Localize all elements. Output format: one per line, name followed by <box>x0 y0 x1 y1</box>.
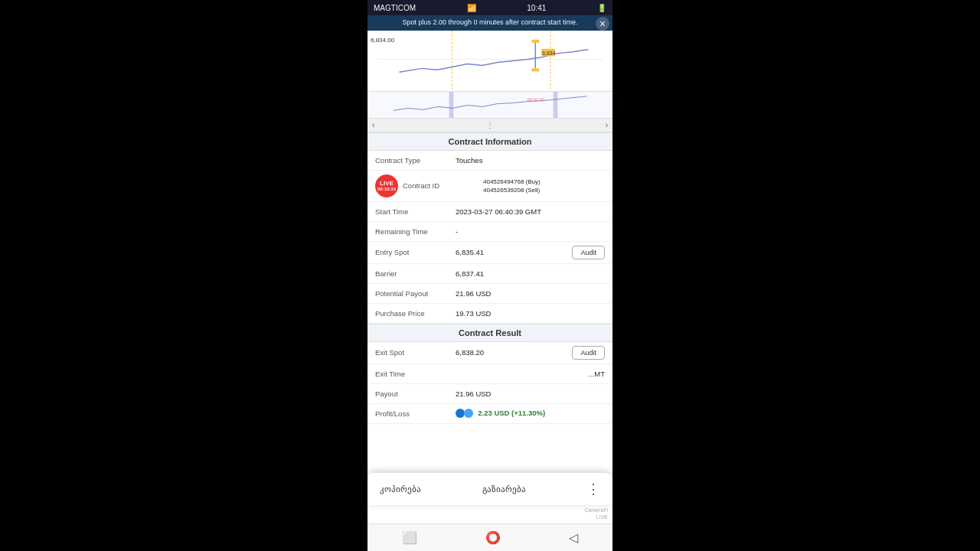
status-bar: MAGTICOM 📶 10:41 🔋 <box>368 0 612 15</box>
share-popup: კოპირება გაზიარება ⋮ <box>368 473 612 505</box>
entry-spot-value: 6,835.41 <box>456 248 567 256</box>
chart-area: Spot plus 2.00 through 0 minutes after c… <box>368 15 612 132</box>
live-text: LIVE <box>380 180 394 187</box>
more-icon[interactable]: ⋮ <box>586 481 600 497</box>
contract-result-title: Contract Result <box>459 328 521 337</box>
contract-id-label: Contract ID <box>403 181 483 190</box>
start-time-row: Start Time 2023-03-27 06:40:39 GMT <box>368 202 612 222</box>
copy-text[interactable]: კოპირება <box>380 484 421 494</box>
contract-type-label: Contract Type <box>375 156 456 165</box>
exit-spot-label: Exit Spot <box>375 348 456 357</box>
phone-frame: MAGTICOM 📶 10:41 🔋 Spot plus 2.00 throug… <box>368 0 612 551</box>
watermark: CameraFi LIVE <box>584 507 608 520</box>
profit-loss-label: Profit/Loss <box>375 409 456 418</box>
profit-amount: 2.23 USD <box>478 409 509 417</box>
price-label: 6,834.00 <box>371 37 394 44</box>
watermark-line1: CameraFi <box>584 507 608 514</box>
payout-label: Payout <box>375 390 456 398</box>
start-time-value: 2023-03-27 06:40:39 GMT <box>456 207 605 216</box>
live-time: 00:10:33 <box>377 187 396 191</box>
battery-icon: 🔋 <box>597 4 606 12</box>
main-chart: 6,834.00 6,834 06:40:45 <box>368 31 612 92</box>
remaining-time-value: - <box>456 227 605 236</box>
start-time-label: Start Time <box>375 207 456 216</box>
profit-percent: (+11.30%) <box>511 409 545 417</box>
mini-chart: 06:41:00 <box>368 92 612 119</box>
remaining-time-label: Remaining Time <box>375 227 456 236</box>
close-button[interactable]: × <box>596 17 609 31</box>
nav-handle: ⋮ <box>486 121 494 129</box>
svg-rect-9 <box>554 92 558 118</box>
profit-loss-value: 2.23 USD (+11.30%) <box>456 409 605 418</box>
potential-payout-row: Potential Payout 21.96 USD <box>368 284 612 304</box>
exit-spot-value: 6,838.20 <box>456 348 567 357</box>
chart-notice-text: Spot plus 2.00 through 0 minutes after c… <box>402 18 577 26</box>
signal-icon: 📶 <box>467 4 476 12</box>
entry-spot-audit-button[interactable]: Audit <box>572 246 605 259</box>
potential-payout-value: 21.96 USD <box>456 289 605 298</box>
contract-info-title: Contract Information <box>449 137 532 146</box>
exit-time-row: Exit Time ...MT <box>368 364 612 384</box>
svg-text:6,834: 6,834 <box>542 50 555 55</box>
chart-notice: Spot plus 2.00 through 0 minutes after c… <box>368 15 612 31</box>
svg-text:06:41:00: 06:41:00 <box>528 96 545 101</box>
entry-spot-label: Entry Spot <box>375 248 456 256</box>
indicator-dot-2 <box>464 409 473 418</box>
contract-id-value: 404526494768 (Buy)404526539208 (Sell) <box>483 178 605 194</box>
contract-info-header: Contract Information <box>368 132 612 151</box>
barrier-label: Barrier <box>375 269 456 278</box>
nav-right-button[interactable]: › <box>606 121 608 129</box>
purchase-price-row: Purchase Price 19.73 USD <box>368 304 612 324</box>
exit-time-gmt: ...MT <box>588 370 605 378</box>
payout-amount: 21.96 USD <box>456 390 491 398</box>
chart-nav: ‹ ⋮ › <box>368 119 612 132</box>
exit-spot-row: Exit Spot 6,838.20 Audit <box>368 342 612 364</box>
carrier-label: MAGTICOM <box>374 4 416 12</box>
profit-loss-row: Profit/Loss 2.23 USD (+11.30%) <box>368 404 612 424</box>
contract-type-row: Contract Type Touches <box>368 151 612 171</box>
payout-value: 21.96 USD <box>456 390 605 398</box>
exit-time-label: Exit Time <box>375 370 456 378</box>
payout-row: Payout 21.96 USD <box>368 384 612 404</box>
share-text[interactable]: გაზიარება <box>482 484 526 494</box>
clock-label: 10:41 <box>527 4 546 12</box>
barrier-row: Barrier 6,837.41 <box>368 264 612 284</box>
nav-home-button[interactable]: ⭕ <box>485 530 501 545</box>
bottom-nav: ⬜ ⭕ ◁ <box>368 523 612 551</box>
contract-id-row: LIVE 00:10:33 Contract ID 404526494768 (… <box>368 171 612 202</box>
svg-rect-5 <box>531 68 539 71</box>
purchase-price-value: 19.73 USD <box>456 309 605 318</box>
svg-rect-4 <box>531 40 539 43</box>
contract-result-header: Contract Result <box>368 324 612 342</box>
live-badge: LIVE 00:10:33 <box>375 174 398 197</box>
entry-spot-row: Entry Spot 6,835.41 Audit <box>368 242 612 264</box>
mini-chart-svg: 06:41:00 <box>368 92 612 118</box>
nav-square-button[interactable]: ⬜ <box>402 530 417 545</box>
svg-rect-8 <box>449 92 454 118</box>
exit-spot-audit-button[interactable]: Audit <box>572 346 605 360</box>
potential-payout-label: Potential Payout <box>375 289 456 298</box>
barrier-value: 6,837.41 <box>456 269 605 278</box>
nav-left-button[interactable]: ‹ <box>372 121 374 129</box>
chart-svg: 6,834 <box>368 31 612 91</box>
remaining-time-row: Remaining Time - <box>368 222 612 242</box>
contract-type-value: Touches <box>456 156 605 165</box>
nav-back-button[interactable]: ◁ <box>569 530 578 545</box>
purchase-price-label: Purchase Price <box>375 309 456 318</box>
watermark-line2: LIVE <box>584 514 608 520</box>
